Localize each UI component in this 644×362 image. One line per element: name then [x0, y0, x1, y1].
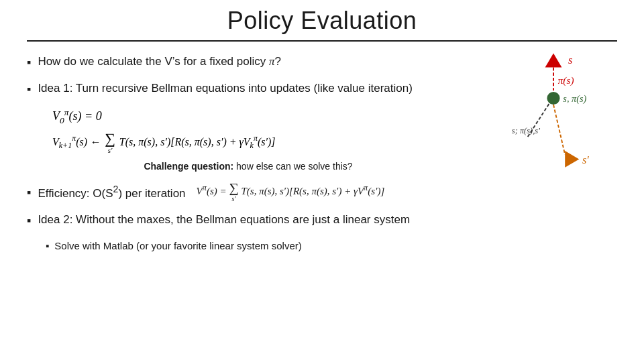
right-column: s π(s) s, π(s) s; π(s),s′: [483, 54, 617, 257]
efficiency-formula: Vπ(s) = ∑ s′ T(s, π(s), s′)[R(s, π(s), s…: [197, 181, 385, 204]
bullet-marker-1: ▪: [27, 54, 31, 71]
formula-1: V0π(s) = 0: [52, 107, 470, 126]
svg-marker-0: [545, 54, 562, 68]
bullet-4-text: Idea 2: Without the maxes, the Bellman e…: [38, 212, 410, 228]
svg-line-9: [553, 105, 565, 155]
bullet-marker-4: ▪: [27, 213, 31, 229]
bullet-3: ▪ Efficiency: O(S2) per iteration Vπ(s) …: [27, 181, 470, 204]
svg-point-4: [547, 92, 559, 105]
formula-2: Vk+1π(s) ← ∑ s′ T(s, π(s), s′)[R(s, π(s)…: [52, 131, 470, 154]
formula-1-text: V0π(s) = 0: [52, 107, 102, 126]
page-title: Policy Evaluation: [27, 7, 617, 35]
challenge-normal: how else can we solve this?: [236, 161, 353, 172]
content-area: ▪ How do we calculate the V’s for a fixe…: [27, 54, 617, 257]
sub-bullet-1: ▪ Solve with Matlab (or your favorite li…: [46, 239, 470, 253]
bullet-marker-2: ▪: [27, 81, 31, 98]
svg-text:π(s): π(s): [558, 74, 574, 86]
bullet-marker-3: ▪: [27, 184, 31, 201]
challenge-question: Challenge question: how else can we solv…: [27, 161, 470, 172]
svg-text:s′: s′: [582, 154, 589, 166]
svg-text:s, π(s): s, π(s): [563, 93, 586, 105]
math-block: V0π(s) = 0 Vk+1π(s) ← ∑ s′ T(s, π(s), s′…: [52, 107, 470, 154]
formula-2-text: Vk+1π(s) ← ∑ s′ T(s, π(s), s′)[R(s, π(s)…: [52, 131, 276, 154]
left-column: ▪ How do we calculate the V’s for a fixe…: [27, 54, 483, 257]
bullet-1: ▪ How do we calculate the V’s for a fixe…: [27, 54, 470, 71]
sub-bullet-1-text: Solve with Matlab (or your favorite line…: [54, 239, 301, 253]
bullet-2-text: Idea 1: Turn recursive Bellman equations…: [38, 80, 412, 97]
bullet-2: ▪ Idea 1: Turn recursive Bellman equatio…: [27, 80, 470, 98]
svg-text:s; π(s),s′: s; π(s),s′: [512, 126, 540, 135]
bullet-3-text: Efficiency: O(S2) per iteration: [38, 183, 185, 201]
diagram-svg: s π(s) s, π(s) s; π(s),s′: [490, 47, 617, 194]
slide: Policy Evaluation ▪ How do we calculate …: [0, 0, 644, 362]
sub-bullet-marker-1: ▪: [46, 239, 49, 253]
title-area: Policy Evaluation: [27, 0, 617, 42]
challenge-bold: Challenge question:: [144, 161, 233, 172]
bullet-4: ▪ Idea 2: Without the maxes, the Bellman…: [27, 212, 470, 229]
bullet-1-text: How do we calculate the V’s for a fixed …: [38, 54, 281, 70]
svg-text:s: s: [568, 54, 572, 66]
diagram-container: s π(s) s, π(s) s; π(s),s′: [483, 54, 610, 208]
svg-marker-8: [565, 151, 579, 168]
